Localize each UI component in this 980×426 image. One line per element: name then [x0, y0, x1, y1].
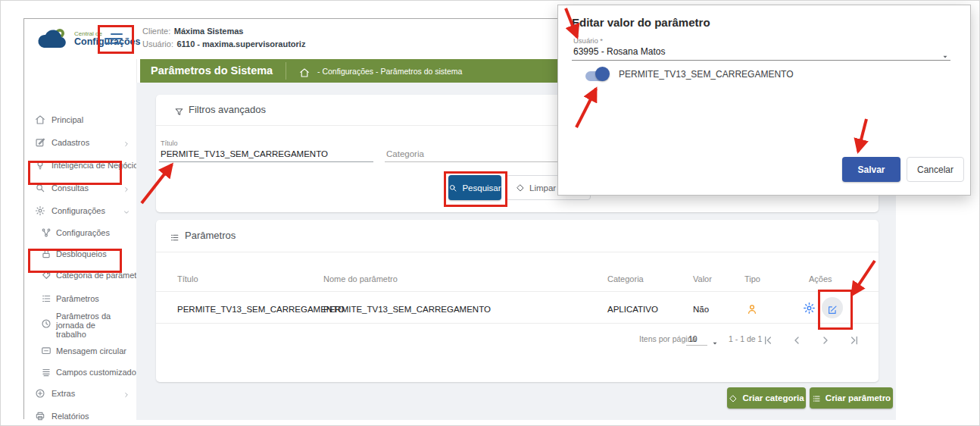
- search-icon: [35, 183, 45, 193]
- divider: [156, 252, 879, 252]
- list-icon: [812, 393, 821, 403]
- last-page-button[interactable]: [848, 333, 860, 345]
- sidebar-subitem-configuracoes[interactable]: Configurações: [24, 224, 136, 243]
- home-icon: [35, 114, 45, 125]
- sidebar-item-label: Parâmetros da jornada de trabalho: [56, 312, 126, 339]
- row-settings-button[interactable]: [803, 301, 816, 314]
- sidebar-item-label: Extras: [51, 389, 75, 398]
- client-label: Cliente:: [142, 27, 170, 36]
- tag-icon: [729, 393, 738, 403]
- sidebar-subitem-mensagem-circular[interactable]: Mensagem circular: [24, 343, 136, 361]
- lock-icon: [41, 249, 51, 259]
- sidebar: Principal Cadastros Inteligência de Negó…: [24, 59, 137, 419]
- edit-icon: [827, 302, 838, 313]
- sidebar-subitem-categoria-parametros[interactable]: Categoria de parâmetros: [24, 267, 136, 285]
- select-underline: [686, 345, 707, 346]
- caret-down-icon[interactable]: [711, 336, 719, 343]
- previous-page-button[interactable]: [791, 333, 803, 345]
- filters-title: Filtros avançados: [189, 104, 266, 115]
- sidebar-subitem-parametros[interactable]: Parâmetros: [24, 290, 136, 309]
- col-header-tipo: Tipo: [744, 274, 760, 283]
- chevron-right-icon: [123, 184, 130, 192]
- categoria-field-input[interactable]: Categoria: [386, 149, 424, 158]
- divider: [156, 291, 879, 292]
- sidebar-item-label: Relatórios: [51, 412, 89, 421]
- salvar-button[interactable]: Salvar: [842, 157, 900, 182]
- edit-parameter-modal: Editar valor do parâmetro Usuário * 6399…: [557, 5, 971, 196]
- screenshot-canvas: Central de Configurações Cliente: Máxima…: [0, 0, 980, 426]
- pesquisar-button[interactable]: Pesquisar: [448, 175, 501, 200]
- cancelar-button[interactable]: Cancelar: [907, 157, 964, 182]
- sidebar-item-label: Campos customizados: [56, 368, 140, 377]
- usuario-field-label: Usuário *: [573, 36, 603, 45]
- user-line: Usuário: 6110 - maxima.supervisorautoriz: [142, 36, 305, 50]
- gear-icon: [35, 205, 45, 216]
- sidebar-item-extras[interactable]: Extras: [24, 385, 136, 403]
- items-per-page-select[interactable]: 10: [688, 334, 698, 343]
- sitemap-icon: [41, 227, 51, 238]
- sidebar-subitem-jornada[interactable]: Parâmetros da jornada de trabalho: [24, 312, 136, 337]
- sidebar-item-label: Cadastros: [51, 138, 89, 147]
- sidebar-item-principal[interactable]: Principal: [24, 111, 136, 130]
- toggle-label: PERMITE_TV13_SEM_CARREGAMENTO: [619, 69, 794, 80]
- page-title: Parâmetros do Sistema: [151, 64, 273, 77]
- filter-icon: [174, 105, 184, 114]
- col-header-acoes: Ações: [809, 274, 832, 283]
- menu-toggle-button[interactable]: [105, 30, 123, 47]
- sidebar-item-label: Configurações: [51, 206, 105, 215]
- caret-down-icon[interactable]: [941, 49, 949, 57]
- sidebar-item-label: Configurações: [56, 228, 110, 237]
- search-icon: [448, 183, 457, 193]
- printer-icon: [35, 411, 45, 421]
- client-value: Máxima Sistemas: [174, 27, 244, 36]
- col-header-categoria: Categoria: [607, 274, 644, 283]
- edit-icon: [35, 137, 45, 148]
- usuario-field-underline: [572, 60, 950, 61]
- row-edit-button[interactable]: [822, 297, 843, 318]
- user-label: Usuário:: [142, 39, 173, 49]
- pagination-range: 1 - 1 de 1: [729, 334, 762, 343]
- first-page-button[interactable]: [762, 333, 774, 345]
- layers-icon: [41, 367, 51, 377]
- breadcrumb-home-icon[interactable]: [299, 65, 310, 76]
- sidebar-item-label: Principal: [51, 115, 83, 124]
- col-header-valor: Valor: [693, 274, 712, 283]
- sidebar-item-configuracoes[interactable]: Configurações: [24, 202, 136, 221]
- cell-valor: Não: [693, 305, 709, 314]
- cell-titulo: PERMITE_TV13_SEM_CARREGAMENTO: [177, 305, 345, 314]
- titlebar-separator: [286, 62, 286, 80]
- sidebar-item-label: Consultas: [51, 183, 89, 193]
- sidebar-item-label: Mensagem circular: [56, 346, 126, 356]
- message-icon: [41, 346, 51, 356]
- titulo-field-underline: [159, 161, 373, 162]
- sidebar-subitem-desbloqueios[interactable]: Desbloqueios: [24, 246, 136, 264]
- col-header-nome: Nome do parâmetro: [323, 274, 398, 283]
- criar-parametro-button[interactable]: Criar parâmetro: [810, 387, 893, 409]
- person-icon: [746, 302, 758, 314]
- titulo-field-input[interactable]: PERMITE_TV13_SEM_CARREGAMENTO: [161, 149, 328, 158]
- usuario-field-input[interactable]: 63995 - Rosana Matos: [573, 46, 665, 57]
- sidebar-item-inteligencia[interactable]: Inteligência de Negócio: [24, 157, 136, 175]
- sidebar-item-relatorios[interactable]: Relatórios: [24, 408, 136, 426]
- sidebar-item-consultas[interactable]: Consultas: [24, 180, 136, 198]
- toggle-thumb: [595, 67, 610, 81]
- clock-icon: [41, 318, 51, 329]
- sidebar-item-cadastros[interactable]: Cadastros: [24, 134, 136, 152]
- sidebar-subitem-campos-customizados[interactable]: Campos customizados: [24, 364, 136, 382]
- plus-circle-icon: [35, 388, 45, 399]
- diamond-icon: [516, 183, 525, 193]
- criar-categoria-button[interactable]: Criar categoria: [727, 387, 806, 409]
- cell-nome: PERMITE_TV13_SEM_CARREGAMENTO: [323, 305, 491, 314]
- chevron-right-icon: [123, 390, 130, 397]
- sidebar-item-label: Desbloqueios: [56, 249, 107, 258]
- tag-icon: [41, 270, 51, 280]
- logo-cloud-icon: [36, 27, 70, 53]
- list-icon: [41, 293, 51, 304]
- sidebar-item-label: Parâmetros: [56, 294, 99, 303]
- next-page-button[interactable]: [819, 333, 832, 345]
- chevron-right-icon: [123, 161, 130, 169]
- chevron-down-icon: [123, 207, 130, 215]
- divider: [156, 323, 879, 324]
- breadcrumb: - Configurações - Parâmetros do sistema: [317, 67, 462, 76]
- parameters-card: Parâmetros Título Nome do parâmetro Cate…: [156, 220, 879, 382]
